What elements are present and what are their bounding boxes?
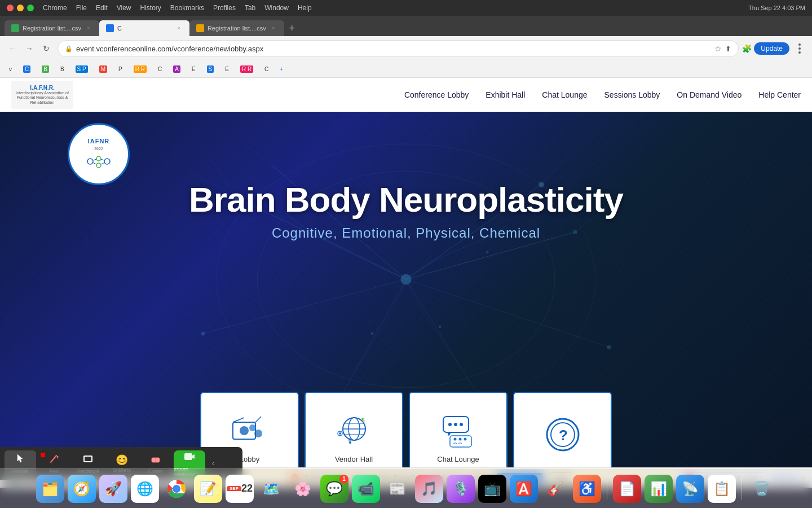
svg-point-49 (448, 423, 452, 426)
dock-launchpad[interactable]: 🚀 (99, 475, 127, 503)
dock-music[interactable]: 🎵 (415, 475, 443, 503)
nav-controls: ← → ↻ (5, 41, 54, 56)
dock-chrome[interactable] (162, 475, 191, 503)
nav-on-demand[interactable]: On Demand Video (677, 90, 742, 99)
share-icon[interactable]: ⬆ (725, 45, 731, 53)
dock-facetime[interactable]: 📹 (352, 475, 380, 503)
help-icon: ? (543, 415, 582, 454)
dock-calendar[interactable]: SEP 22 (226, 475, 254, 503)
site-logo: I.A.F.N.R. Interdisciplinary Association… (11, 81, 73, 109)
svg-line-8 (338, 279, 406, 401)
svg-point-50 (454, 423, 457, 426)
bookmark-sp[interactable]: S P (71, 63, 92, 76)
bookmark-c3[interactable]: C (260, 63, 273, 76)
titlebar-left: Chrome File Edit View History Bookmarks … (7, 4, 312, 12)
dock-safari[interactable]: 🧭 (68, 475, 96, 503)
dock-podcasts[interactable]: 🎙️ (447, 475, 475, 503)
bookmark-p[interactable]: P (114, 63, 127, 76)
bookmark-rr2[interactable]: R R (236, 63, 258, 76)
titlebar-menu-edit[interactable]: Edit (96, 4, 108, 12)
svg-line-60 (51, 456, 56, 462)
dock-messages[interactable]: 💬 1 (320, 475, 348, 503)
nav-conference-lobby[interactable]: Conference Lobby (404, 90, 469, 99)
bookmark-star-icon[interactable]: ☆ (714, 44, 722, 53)
dock-excel[interactable]: 📊 (645, 475, 673, 503)
bookmark-e1[interactable]: E (187, 63, 200, 76)
browser-tab-1[interactable]: Registration list....csv × (5, 20, 99, 36)
titlebar-menu-window[interactable]: Window (264, 4, 289, 12)
svg-line-32 (101, 163, 105, 164)
titlebar-menu-bookmarks[interactable]: Bookmarks (170, 4, 204, 12)
bookmark-c1[interactable]: C (19, 63, 35, 76)
bookmark-s[interactable]: S (202, 63, 219, 76)
dock-finder[interactable]: 🗂️ (36, 475, 64, 503)
rectangle-icon (82, 453, 94, 467)
stickers-icon: 😊 (116, 454, 128, 466)
dock-appstore[interactable]: 🅰️ (510, 475, 538, 503)
mouse-icon (15, 453, 26, 467)
update-button[interactable]: Update (754, 42, 789, 55)
titlebar-menu-tab[interactable]: Tab (245, 4, 255, 12)
browser-toolbar: ← → ↻ 🔒 event.vconferenceonline.com/vcon… (0, 36, 812, 61)
bookmark-e2[interactable]: E (220, 63, 233, 76)
tab-label-3: Registration list....csv (208, 25, 266, 32)
titlebar-right: Thu Sep 22 4:03 PM (748, 5, 805, 11)
extensions-icon[interactable]: 🧩 (742, 44, 752, 53)
tab-close-1[interactable]: × (85, 24, 92, 32)
dock-tv[interactable]: 📺 (478, 475, 506, 503)
titlebar-menu-view[interactable]: View (117, 4, 131, 12)
chat-icon (439, 411, 478, 450)
minimize-button[interactable] (17, 5, 24, 11)
back-button[interactable]: ← (5, 41, 20, 56)
close-button[interactable] (7, 5, 14, 11)
dock-accessibility[interactable]: ♿ (573, 475, 601, 503)
tab-close-active[interactable]: × (175, 24, 183, 32)
bookmark-m[interactable]: M (95, 63, 112, 76)
record-icon (41, 453, 45, 457)
bookmark-b2[interactable]: B (56, 63, 69, 76)
dock-trash[interactable]: 🗑️ (748, 475, 776, 503)
tab-close-3[interactable]: × (270, 24, 277, 32)
nav-sessions-lobby[interactable]: Sessions Lobby (604, 90, 660, 99)
nav-help-center[interactable]: Help Center (758, 90, 801, 99)
titlebar-menu-profiles[interactable]: Profiles (213, 4, 236, 12)
dock-photos[interactable]: 🌸 (289, 475, 317, 503)
maximize-button[interactable] (27, 5, 34, 11)
webcam-icon (183, 450, 196, 466)
bookmark-extra[interactable]: + (275, 63, 288, 76)
dock-instruments[interactable]: 🎸 (541, 475, 570, 503)
titlebar-menu-file[interactable]: File (76, 4, 87, 12)
browser-tab-active[interactable]: C × (99, 20, 189, 36)
titlebar-menu-help[interactable]: Help (298, 4, 312, 12)
nav-chat-lounge[interactable]: Chat Lounge (542, 90, 587, 99)
nav-exhibit-hall[interactable]: Exhibit Hall (486, 90, 525, 99)
forward-button[interactable]: → (21, 41, 37, 56)
dock-acrobat[interactable]: 📄 (613, 475, 641, 503)
bookmark-rr1[interactable]: R R (129, 63, 151, 76)
dock-textedit[interactable]: 📋 (708, 475, 736, 503)
dock-zoom[interactable]: 📡 (676, 475, 704, 503)
dock-safari2[interactable]: 🌐 (131, 475, 159, 503)
dock-news[interactable]: 📰 (383, 475, 412, 503)
secure-icon: 🔒 (65, 45, 73, 52)
new-tab-button[interactable]: + (284, 20, 300, 36)
browser-tab-3[interactable]: Registration list....csv × (189, 20, 284, 36)
iafnr-hero-logo: IAFNR 2022 (68, 123, 130, 185)
reload-button[interactable]: ↻ (38, 41, 54, 56)
bookmark-b1[interactable]: B (37, 63, 54, 76)
svg-point-19 (201, 331, 205, 335)
svg-point-44 (349, 441, 351, 444)
website-content: I.A.F.N.R. Interdisciplinary Association… (0, 78, 812, 488)
titlebar-menu-history[interactable]: History (140, 4, 161, 12)
bookmark-a[interactable]: A (169, 63, 185, 76)
hero-section: IAFNR 2022 Brain Body Neuroplas (0, 112, 812, 488)
dock-notes[interactable]: 📝 (194, 475, 222, 503)
bookmark-c2[interactable]: C (153, 63, 166, 76)
bookmark-v[interactable]: v (5, 63, 16, 76)
dock-maps[interactable]: 🗺️ (257, 475, 285, 503)
svg-point-47 (339, 432, 341, 435)
browser-tabbar: Registration list....csv × C × Registrat… (0, 16, 812, 36)
svg-line-6 (203, 279, 406, 334)
address-bar[interactable]: 🔒 event.vconferenceonline.com/vconferenc… (58, 40, 739, 57)
browser-menu-button[interactable] (792, 41, 807, 56)
